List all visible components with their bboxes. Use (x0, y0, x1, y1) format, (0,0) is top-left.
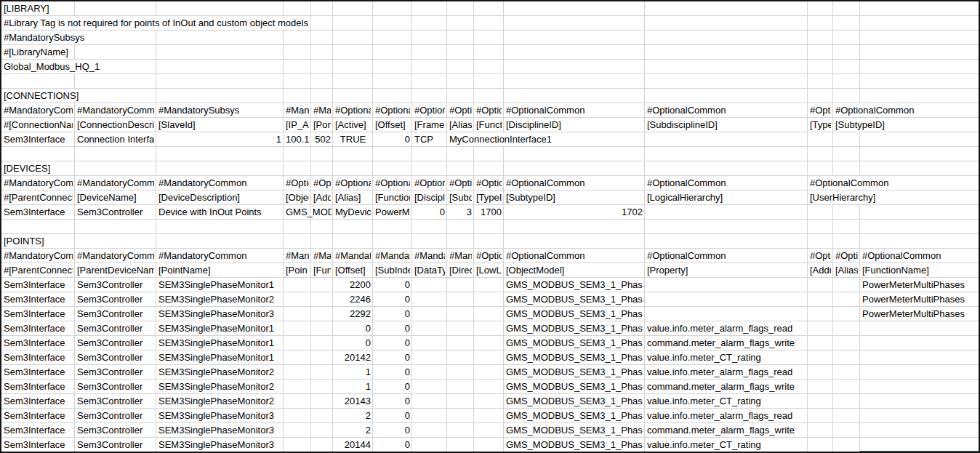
cell-D13[interactable]: #OptionalCommon (286, 176, 309, 190)
cell-M8[interactable]: #OptionalCommon (810, 103, 831, 117)
cell-A22[interactable]: Sem3Interface (4, 307, 73, 321)
cell-C26[interactable]: SEM3SinglePhaseMonitor2 (158, 365, 281, 379)
cell-G18[interactable]: #MandatoryCommon (375, 249, 410, 262)
cell-C22[interactable]: SEM3SinglePhaseMonitor3 (158, 307, 281, 321)
cell-J8[interactable]: #OptionalCommon (476, 103, 502, 117)
cell-C18[interactable]: #MandatoryCommon (158, 249, 281, 262)
cell-H19[interactable]: [DataType] (414, 263, 445, 277)
cell-N19[interactable]: [Alias] (835, 263, 858, 277)
cell-A9[interactable]: #[ConnectionName] (4, 118, 73, 132)
cell-A14[interactable]: #[ParentConnectionName] (4, 191, 73, 204)
cell-K26[interactable]: GMS_MODBUS_SEM3_1_Phase (506, 365, 643, 379)
cell-K22[interactable]: GMS_MODBUS_SEM3_1_Phase (506, 307, 643, 321)
cell-L13[interactable]: #OptionalCommon (647, 176, 806, 190)
cell-A1[interactable]: [LIBRARY] (4, 1, 51, 15)
cell-H10[interactable]: TCP (414, 132, 445, 146)
cell-F31[interactable]: 20144 (335, 438, 371, 452)
cell-I14[interactable]: [SubdisciplineID] (449, 191, 472, 204)
cell-L24[interactable]: command.meter_alarm_flags_write (647, 336, 806, 350)
cell-J19[interactable]: [LowLevel] (476, 263, 502, 277)
cell-F27[interactable]: 1 (335, 380, 371, 393)
cell-B24[interactable]: Sem3Controller (77, 336, 154, 350)
cell-F23[interactable]: 0 (335, 321, 371, 335)
cell-B13[interactable]: #MandatoryCommon (77, 176, 154, 190)
cell-B25[interactable]: Sem3Controller (77, 350, 154, 364)
cell-A12[interactable]: [DEVICES] (4, 161, 52, 175)
cell-N9[interactable]: [SubtypeID] (835, 118, 886, 132)
cell-A30[interactable]: Sem3Interface (4, 423, 73, 437)
cell-B27[interactable]: Sem3Controller (77, 380, 154, 393)
cell-M18[interactable]: #OptionalCommon (810, 249, 831, 262)
cell-G20[interactable]: 0 (375, 278, 410, 292)
cell-I13[interactable]: #OptionalCommon (449, 176, 472, 190)
cell-B8[interactable]: #MandatoryCommon (77, 103, 154, 117)
cell-F25[interactable]: 20142 (335, 350, 371, 364)
cell-A8[interactable]: #MandatoryCommon (4, 103, 73, 117)
cell-B19[interactable]: [ParentDeviceName] (77, 263, 154, 277)
cell-L19[interactable]: [Property] (647, 263, 806, 277)
cell-M14[interactable]: [UserHierarchy] (810, 191, 877, 204)
cell-I9[interactable]: [Alias] (449, 118, 472, 132)
cell-D19[interactable]: [Poin (286, 263, 309, 277)
cell-K31[interactable]: GMS_MODBUS_SEM3_1_Phase (506, 438, 643, 452)
cell-A25[interactable]: Sem3Interface (4, 350, 73, 364)
cell-A23[interactable]: Sem3Interface (4, 321, 73, 335)
cell-G25[interactable]: 0 (375, 350, 410, 364)
cell-G22[interactable]: 0 (375, 307, 410, 321)
cell-G27[interactable]: 0 (375, 380, 410, 393)
cell-G21[interactable]: 0 (375, 292, 410, 306)
cell-A2[interactable]: #Library Tag is not required for points … (4, 16, 310, 30)
cell-B22[interactable]: Sem3Controller (77, 307, 154, 321)
cell-C30[interactable]: SEM3SinglePhaseMonitor3 (158, 423, 281, 437)
cell-N8[interactable]: #OptionalCommon (835, 103, 915, 117)
cell-H15[interactable]: 0 (414, 205, 445, 219)
cell-D15[interactable]: GMS_MODBUS_SEM3 (286, 205, 332, 219)
cell-F18[interactable]: #MandatoryCommon (335, 249, 371, 262)
cell-A24[interactable]: Sem3Interface (4, 336, 73, 350)
cell-K23[interactable]: GMS_MODBUS_SEM3_1_Phase (506, 321, 643, 335)
cell-F20[interactable]: 2200 (335, 278, 371, 292)
cell-C21[interactable]: SEM3SinglePhaseMonitor2 (158, 292, 281, 306)
cell-K8[interactable]: #OptionalCommon (506, 103, 643, 117)
cell-L8[interactable]: #OptionalCommon (647, 103, 806, 117)
cell-O20[interactable]: PowerMeterMultiPhases (862, 278, 976, 292)
cell-I15[interactable]: 3 (449, 205, 472, 219)
cell-I10[interactable]: MyConnectionInterface1 (449, 132, 553, 146)
cell-C27[interactable]: SEM3SinglePhaseMonitor2 (158, 380, 281, 393)
cell-A7[interactable]: [CONNECTIONS] (4, 89, 80, 103)
cell-O18[interactable]: #OptionalCommon (862, 249, 976, 262)
cell-M9[interactable]: [TypeID] (810, 118, 831, 132)
cell-I19[interactable]: [Direction] (449, 263, 472, 277)
cell-E9[interactable]: [Port] (313, 118, 331, 132)
cell-G24[interactable]: 0 (375, 336, 410, 350)
cell-C23[interactable]: SEM3SinglePhaseMonitor1 (158, 321, 281, 335)
cell-C19[interactable]: [PointName] (158, 263, 281, 277)
cell-G30[interactable]: 0 (375, 423, 410, 437)
cell-A31[interactable]: Sem3Interface (4, 438, 73, 452)
cell-F8[interactable]: #OptionalCommon (335, 103, 371, 117)
cell-K19[interactable]: [ObjectModel] (506, 263, 643, 277)
cell-O22[interactable]: PowerMeterMultiPhases (862, 307, 976, 321)
cell-L18[interactable]: #OptionalCommon (647, 249, 806, 262)
cell-C31[interactable]: SEM3SinglePhaseMonitor3 (158, 438, 281, 452)
cell-D10[interactable]: 100.10 (286, 132, 309, 146)
cell-A26[interactable]: Sem3Interface (4, 365, 73, 379)
cell-K18[interactable]: #OptionalCommon (506, 249, 643, 262)
cell-G26[interactable]: 0 (375, 365, 410, 379)
cell-F13[interactable]: #OptionalCommon (335, 176, 371, 190)
cell-M19[interactable]: [Address] (810, 263, 831, 277)
cell-L14[interactable]: [LogicalHierarchy] (647, 191, 806, 204)
cell-F29[interactable]: 2 (335, 409, 371, 422)
cell-M13[interactable]: #OptionalCommon (810, 176, 890, 190)
cell-A20[interactable]: Sem3Interface (4, 278, 73, 292)
cell-A18[interactable]: #MandatoryCommon (4, 249, 73, 262)
cell-K13[interactable]: #OptionalCommon (506, 176, 643, 190)
cell-C29[interactable]: SEM3SinglePhaseMonitor3 (158, 409, 281, 422)
cell-A27[interactable]: Sem3Interface (4, 380, 73, 393)
cell-G23[interactable]: 0 (375, 321, 410, 335)
cell-B30[interactable]: Sem3Controller (77, 423, 154, 437)
cell-I18[interactable]: #Mandatory (449, 249, 472, 262)
cell-B26[interactable]: Sem3Controller (77, 365, 154, 379)
cell-A21[interactable]: Sem3Interface (4, 292, 73, 306)
cell-L28[interactable]: value.info.meter_CT_rating (647, 394, 806, 408)
